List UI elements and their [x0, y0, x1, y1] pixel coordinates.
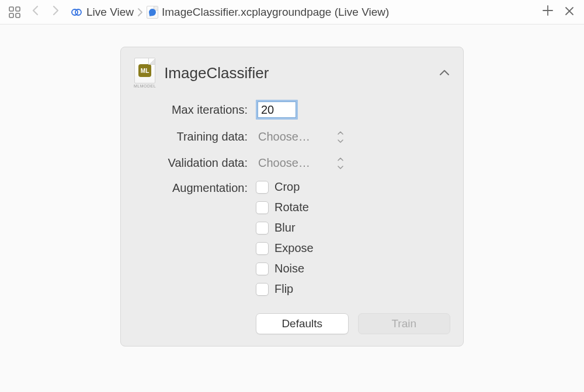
breadcrumb-separator-icon: [137, 6, 143, 18]
augmentation-option-blur[interactable]: Blur: [256, 221, 450, 235]
grid-icon[interactable]: [8, 6, 21, 19]
button-label: Train: [391, 317, 416, 330]
nav-forward-icon[interactable]: [49, 5, 62, 20]
viewport: ML MLMODEL ImageClassifier Max iteration…: [0, 24, 584, 392]
checkbox-icon[interactable]: [256, 181, 269, 194]
augmentation-option-noise[interactable]: Noise: [256, 262, 450, 275]
checkbox-icon[interactable]: [256, 222, 269, 235]
mlmodel-caption: MLMODEL: [134, 84, 156, 88]
training-data-select[interactable]: Choose…: [256, 128, 349, 146]
augmentation-option-flip[interactable]: Flip: [256, 282, 450, 296]
panel-title: ImageClassifier: [164, 64, 269, 82]
nav-back-icon[interactable]: [29, 5, 42, 20]
breadcrumb-label: Live View: [86, 6, 134, 19]
mlmodel-icon: ML MLMODEL: [134, 58, 156, 88]
svg-rect-0: [9, 7, 13, 11]
option-label: Noise: [274, 262, 304, 275]
ml-badge-label: ML: [138, 64, 151, 77]
select-value: Choose…: [258, 156, 310, 170]
stepper-icon: [336, 131, 345, 143]
label-augmentation: Augmentation:: [134, 180, 248, 195]
classifier-panel: ML MLMODEL ImageClassifier Max iteration…: [120, 47, 464, 346]
close-icon[interactable]: [564, 5, 575, 20]
checkbox-icon[interactable]: [256, 201, 269, 214]
checkbox-icon[interactable]: [256, 283, 269, 296]
option-label: Blur: [274, 221, 296, 235]
max-iterations-input[interactable]: [256, 100, 298, 120]
breadcrumb-item-liveview[interactable]: Live View: [69, 6, 135, 19]
toolbar: Live View ImageClassifier.xcplaygroundpa…: [0, 0, 584, 24]
option-label: Expose: [274, 242, 314, 255]
breadcrumb-item-file[interactable]: ImageClassifier.xcplaygroundpage (Live V…: [145, 6, 390, 19]
toolbar-right: [542, 5, 578, 20]
option-label: Flip: [274, 282, 293, 296]
swift-file-icon: [147, 6, 158, 19]
augmentation-option-rotate[interactable]: Rotate: [256, 201, 450, 214]
toolbar-left: [8, 5, 62, 20]
add-icon[interactable]: [542, 5, 554, 20]
svg-point-5: [75, 9, 81, 15]
label-training-data: Training data:: [134, 130, 248, 144]
panel-header: ML MLMODEL ImageClassifier: [134, 58, 450, 88]
select-value: Choose…: [258, 130, 310, 144]
stepper-icon: [336, 158, 345, 169]
validation-data-select[interactable]: Choose…: [256, 154, 349, 172]
defaults-button[interactable]: Defaults: [256, 313, 349, 334]
svg-rect-1: [16, 7, 20, 11]
collapse-icon[interactable]: [439, 69, 450, 77]
option-label: Rotate: [274, 201, 309, 214]
augmentation-checklist: Crop Rotate Blur Expose Noise: [256, 180, 450, 296]
label-validation-data: Validation data:: [134, 156, 248, 170]
button-row: Defaults Train: [256, 313, 450, 334]
label-max-iterations: Max iterations:: [134, 103, 248, 117]
svg-rect-2: [9, 13, 13, 18]
checkbox-icon[interactable]: [256, 262, 269, 275]
checkbox-icon[interactable]: [256, 242, 269, 255]
liveview-icon: [70, 6, 83, 19]
option-label: Crop: [274, 180, 300, 194]
augmentation-option-expose[interactable]: Expose: [256, 242, 450, 255]
form: Max iterations: Training data: Choose… V…: [134, 100, 450, 334]
breadcrumb: Live View ImageClassifier.xcplaygroundpa…: [69, 6, 390, 19]
breadcrumb-label: ImageClassifier.xcplaygroundpage (Live V…: [162, 6, 389, 19]
augmentation-option-crop[interactable]: Crop: [256, 180, 450, 194]
svg-rect-3: [16, 13, 20, 18]
button-label: Defaults: [281, 317, 322, 330]
train-button[interactable]: Train: [358, 313, 451, 334]
